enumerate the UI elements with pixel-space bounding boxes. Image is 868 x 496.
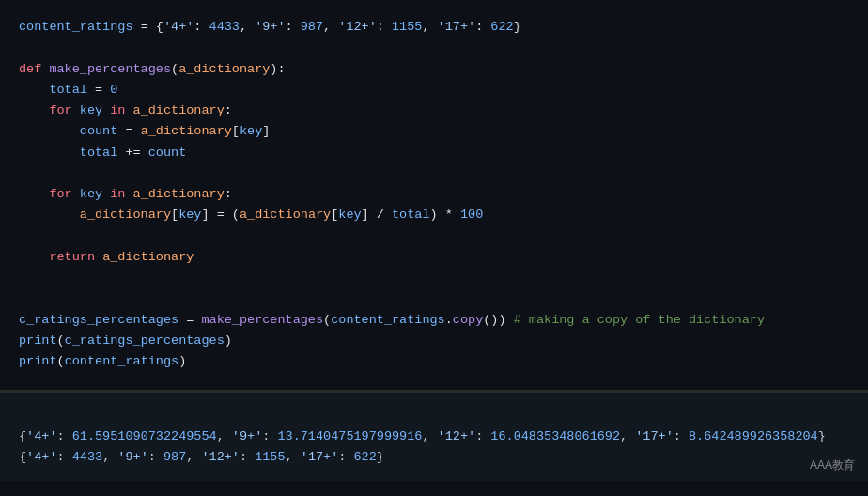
watermark: AAA教育 bbox=[810, 457, 855, 473]
code-editor: content_ratings = {'4+': 4433, '9+': 987… bbox=[0, 0, 868, 481]
code-line-16: print(c_ratings_percentages) bbox=[19, 331, 849, 351]
code-line-17: print(content_ratings) bbox=[19, 351, 849, 372]
code-line-10: a_dictionary[key] = (a_dictionary[key] /… bbox=[19, 205, 849, 225]
output-line-2: {'4+': 4433, '9+': 987, '12+': 1155, '17… bbox=[19, 447, 849, 468]
code-line-6: count = a_dictionary[key] bbox=[19, 121, 849, 142]
code-line-5: for key in a_dictionary: bbox=[19, 101, 849, 121]
code-line-7: total += count bbox=[19, 143, 849, 163]
output-area: {'4+': 61.5951090732249554, '9+': 13.714… bbox=[0, 393, 868, 482]
code-line-9: for key in a_dictionary: bbox=[19, 184, 849, 205]
code-line-4: total = 0 bbox=[19, 80, 849, 101]
code-area: content_ratings = {'4+': 4433, '9+': 987… bbox=[0, 0, 868, 393]
code-line-15: c_ratings_percentages = make_percentages… bbox=[19, 310, 849, 331]
code-line-3: def make_percentages(a_dictionary): bbox=[19, 59, 849, 80]
code-line-12: return a_dictionary bbox=[19, 247, 849, 268]
output-line-1: {'4+': 61.5951090732249554, '9+': 13.714… bbox=[19, 426, 849, 447]
code-line-1: content_ratings = {'4+': 4433, '9+': 987… bbox=[19, 17, 849, 38]
